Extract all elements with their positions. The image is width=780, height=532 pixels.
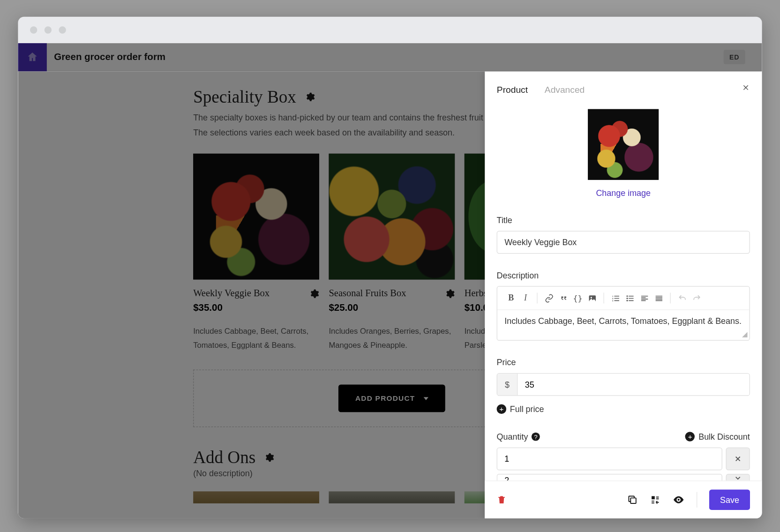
insert-icon [650,495,660,505]
rte-image-button[interactable] [585,292,599,305]
svg-point-3 [626,298,628,299]
duplicate-button[interactable] [627,495,638,505]
bulk-discount-label: Bulk Discount [698,432,750,442]
rte-ol-button[interactable] [609,292,622,305]
delete-button[interactable] [497,495,506,505]
save-button[interactable]: Save [709,489,750,510]
panel-close-button[interactable] [742,83,750,92]
price-field: $ [497,373,750,396]
unordered-list-icon [625,294,634,303]
traffic-light-close[interactable] [30,26,37,33]
price-label: Price [497,358,750,367]
resize-handle-icon[interactable]: ◢ [742,330,748,338]
tab-product[interactable]: Product [497,84,528,95]
rte-italic-button[interactable]: I [519,292,532,305]
preview-button[interactable] [673,494,685,506]
price-input[interactable] [518,374,750,395]
app-window: Green grocer order form ED Speciality Bo… [18,17,762,518]
image-icon [588,294,597,303]
rte-redo-button[interactable] [690,292,703,305]
align-justify-icon [654,294,663,303]
product-edit-panel: Product Advanced Change image Title Desc… [485,71,762,518]
panel-footer: Save [485,480,762,518]
svg-point-4 [626,300,628,301]
rte-toolbar: B I {} [497,287,750,310]
eye-icon [673,494,685,506]
modal-dim-topbar [18,43,762,71]
undo-icon [678,294,687,303]
rte-align-left-button[interactable] [638,292,651,305]
quantity-expand-button[interactable] [726,474,750,480]
description-textarea[interactable]: Includes Cabbage, Beet, Carrots, Tomatoe… [497,310,750,340]
align-left-icon [640,294,649,303]
close-icon [742,83,750,92]
description-editor: B I {} [497,286,750,341]
plus-icon: + [497,405,506,414]
quantity-input[interactable] [497,448,722,471]
rte-undo-button[interactable] [675,292,689,305]
copy-icon [627,495,638,505]
redo-icon [692,294,701,303]
move-button[interactable] [650,495,660,505]
description-text: Includes Cabbage, Beet, Carrots, Tomatoe… [504,316,742,326]
tab-advanced[interactable]: Advanced [545,84,585,95]
rte-align-justify-button[interactable] [652,292,665,305]
product-thumbnail [588,109,659,180]
title-label: Title [497,216,750,225]
rte-ul-button[interactable] [623,292,637,305]
trash-icon [497,495,506,505]
quantity-label: Quantity ? [497,432,540,442]
help-icon[interactable]: ? [532,433,540,441]
svg-rect-5 [630,498,636,503]
bulk-discount-button[interactable]: + Bulk Discount [685,432,750,442]
quantity-row [497,474,750,480]
title-input[interactable] [497,231,750,254]
full-price-toggle[interactable]: + Full price [497,405,750,414]
window-titlebar [18,17,762,43]
svg-point-2 [626,295,628,297]
rte-bold-button[interactable]: B [504,292,518,305]
rte-code-button[interactable]: {} [571,292,585,305]
quantity-remove-button[interactable] [726,448,750,471]
currency-symbol: $ [497,374,518,395]
quantity-input[interactable] [497,474,722,480]
x-icon [734,455,742,463]
plus-icon: + [685,432,695,442]
full-price-label: Full price [510,405,544,414]
chevron-down-icon [734,474,742,480]
description-label: Description [497,270,750,280]
rte-quote-button[interactable] [557,292,570,305]
quote-icon [559,294,568,303]
rte-link-button[interactable] [542,292,555,305]
change-image-link[interactable]: Change image [596,188,651,198]
ordered-list-icon [611,294,620,303]
traffic-light-minimize[interactable] [45,26,52,33]
traffic-light-zoom[interactable] [59,26,66,33]
link-icon [545,294,554,303]
quantity-row [497,448,750,471]
svg-point-1 [590,297,592,298]
